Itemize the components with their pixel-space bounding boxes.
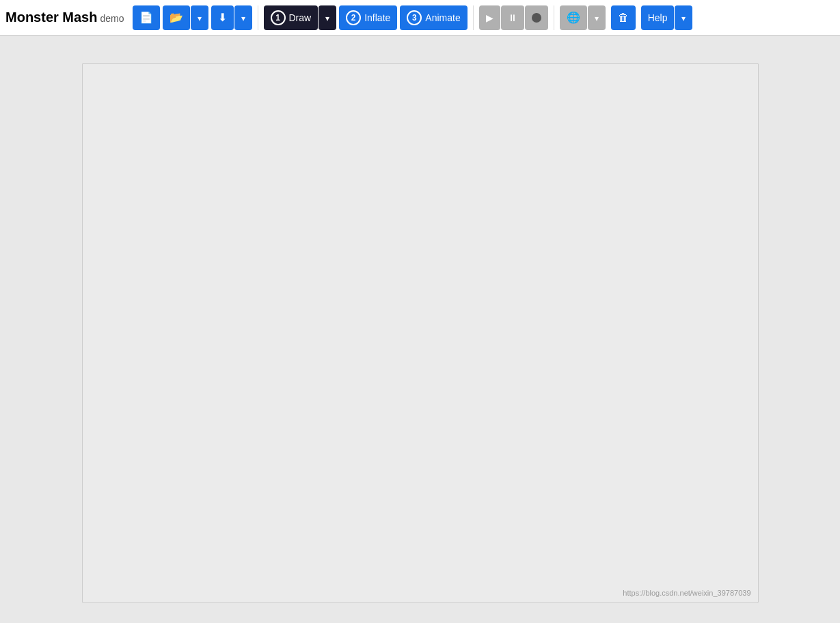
chevron-down-icon-2	[241, 12, 245, 23]
separator-3	[554, 5, 554, 30]
toolbar: Monster Mash demo 1 Draw	[0, 0, 840, 36]
app-title: Monster Mash demo	[5, 10, 124, 25]
delete-button[interactable]	[611, 5, 636, 30]
draw-dropdown-button[interactable]	[319, 5, 336, 30]
new-doc-icon	[139, 11, 153, 24]
step2-circle: 2	[346, 10, 361, 25]
play-button[interactable]	[479, 5, 500, 30]
chevron-down-icon-3	[325, 12, 329, 23]
globe-icon	[567, 11, 580, 24]
help-button[interactable]: Help	[641, 5, 675, 30]
download-dropdown-button[interactable]	[234, 5, 252, 30]
step1-group: 1 Draw	[264, 5, 337, 30]
new-doc-group	[133, 5, 160, 30]
play-icon	[486, 12, 493, 23]
app-title-main: Monster Mash	[5, 10, 97, 25]
chevron-down-icon-4	[595, 12, 599, 23]
globe-group	[560, 5, 606, 30]
inflate-button[interactable]: 2 Inflate	[339, 5, 397, 30]
step1-circle: 1	[271, 10, 286, 25]
draw-button[interactable]: 1 Draw	[264, 5, 319, 30]
chevron-down-icon-5	[681, 12, 686, 23]
main-content: https://blog.csdn.net/weixin_39787039	[0, 36, 840, 623]
chevron-down-icon	[198, 12, 202, 23]
download-group	[211, 5, 252, 30]
record-button[interactable]	[525, 5, 548, 30]
canvas-area[interactable]: https://blog.csdn.net/weixin_39787039	[82, 63, 759, 603]
step3-circle: 3	[407, 10, 422, 25]
globe-dropdown-button[interactable]	[588, 5, 606, 30]
open-group	[163, 5, 208, 30]
help-dropdown-button[interactable]	[675, 5, 692, 30]
inflate-label: Inflate	[364, 12, 390, 23]
pause-button[interactable]	[501, 5, 524, 30]
download-icon	[218, 11, 227, 24]
watermark: https://blog.csdn.net/weixin_39787039	[623, 589, 750, 597]
record-icon	[532, 13, 541, 23]
pause-icon	[508, 12, 517, 23]
step3-group: 3 Animate	[400, 5, 467, 30]
separator-2	[473, 5, 474, 30]
step2-group: 2 Inflate	[339, 5, 397, 30]
playback-group	[479, 5, 548, 30]
animate-button[interactable]: 3 Animate	[400, 5, 467, 30]
trash-icon	[618, 12, 629, 24]
download-button[interactable]	[211, 5, 234, 30]
new-doc-button[interactable]	[133, 5, 160, 30]
app-title-sub: demo	[100, 13, 124, 24]
open-dropdown-button[interactable]	[191, 5, 208, 30]
draw-label: Draw	[289, 12, 312, 23]
globe-button[interactable]	[560, 5, 587, 30]
separator-1	[258, 5, 258, 30]
animate-label: Animate	[425, 12, 460, 23]
help-label: Help	[648, 12, 668, 23]
open-button[interactable]	[163, 5, 190, 30]
folder-icon	[170, 11, 183, 24]
help-group: Help	[641, 5, 693, 30]
